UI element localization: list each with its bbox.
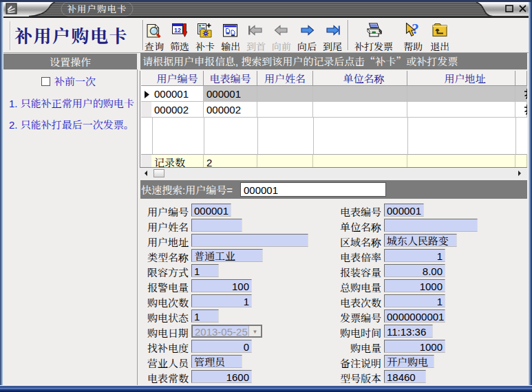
svg-text:补用户购电卡: 补用户购电卡 [67,1,127,15]
svg-text:12: 12 [174,27,181,34]
